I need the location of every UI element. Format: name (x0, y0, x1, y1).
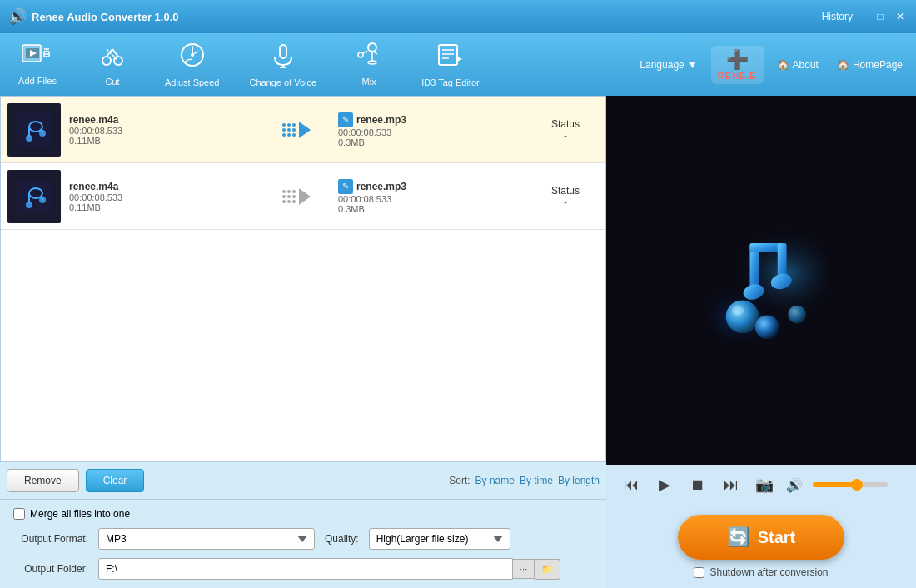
svg-point-33 (26, 135, 32, 142)
svg-point-15 (191, 53, 194, 57)
stop-button[interactable]: ⏹ (686, 473, 709, 496)
sort-by-length[interactable]: By length (558, 475, 600, 486)
about-button[interactable]: 🏠 About (772, 56, 824, 74)
bottom-controls: Remove Clear Sort: By name By time By le… (0, 461, 606, 499)
svg-point-51 (755, 315, 779, 339)
language-arrow-icon: ▼ (688, 59, 698, 71)
adjust-speed-label: Adjust Speed (165, 77, 219, 87)
svg-point-52 (788, 305, 806, 323)
convert-arrow (263, 122, 330, 138)
folder-open-button[interactable]: 📁 (535, 559, 560, 580)
language-dropdown[interactable]: Language ▼ (635, 56, 702, 74)
add-files-icon (22, 43, 52, 72)
table-row: renee.m4a 00:00:08.533 0.11MB (1, 163, 605, 230)
app-logo: 🔊 (8, 7, 27, 26)
language-label: Language (640, 59, 684, 71)
titlebar: 🔊 Renee Audio Converter 1.0.0 History ─ … (0, 0, 916, 33)
status-value: - (532, 197, 599, 208)
svg-point-19 (368, 43, 376, 52)
music-visual (686, 206, 836, 356)
svg-rect-36 (17, 180, 51, 213)
edit-icon[interactable]: ✎ (338, 112, 353, 127)
start-button[interactable]: 🔄 Start (678, 515, 844, 560)
merge-checkbox[interactable] (13, 508, 25, 520)
svg-point-39 (26, 202, 32, 208)
svg-rect-30 (17, 113, 51, 147)
input-duration: 00:00:08.533 (69, 126, 255, 136)
homepage-button[interactable]: 🏠 HomePage (832, 56, 908, 74)
dots-pattern (282, 123, 296, 137)
output-file-name: renee.mp3 (356, 181, 406, 192)
output-duration: 00:00:08.533 (338, 127, 524, 137)
screenshot-button[interactable]: 📷 (753, 473, 776, 496)
nav-add-files[interactable]: Add Files (8, 38, 67, 91)
svg-point-50 (726, 300, 759, 333)
svg-point-53 (732, 306, 744, 315)
output-duration: 00:00:08.533 (338, 194, 524, 204)
minimize-button[interactable]: ─ (853, 9, 868, 24)
format-row: Output Format: MP3 AAC WAV FLAC OGG Qual… (13, 528, 593, 550)
rene-plus-icon: ➕ (726, 49, 749, 71)
sort-by-time[interactable]: By time (520, 475, 553, 486)
dots-pattern (282, 190, 296, 203)
nav-adjust-speed[interactable]: Adjust Speed (158, 37, 226, 92)
skip-forward-button[interactable]: ⏭ (719, 473, 743, 496)
output-size: 0.3MB (338, 204, 524, 214)
sort-label: Sort: (449, 475, 470, 486)
file-list: renee.m4a 00:00:08.533 0.11MB (0, 96, 606, 461)
history-link[interactable]: History (822, 11, 853, 22)
maximize-button[interactable]: □ (873, 9, 888, 24)
arrow-right-icon (299, 188, 311, 205)
input-file-name: renee.m4a (69, 114, 255, 126)
nav-change-of-voice[interactable]: Change of Voice (242, 37, 323, 92)
status-label: Status (532, 118, 599, 130)
folder-input[interactable] (98, 558, 513, 580)
nav-cut[interactable]: Cut (83, 37, 142, 92)
quality-select[interactable]: High(Larger file size) Medium Low (369, 528, 510, 550)
add-files-label: Add Files (18, 76, 57, 86)
sort-area: Sort: By name By time By length (449, 475, 600, 486)
play-button[interactable]: ▶ (653, 473, 676, 496)
id3-tag-editor-label: ID3 Tag Editor (421, 77, 480, 87)
rene-logo-text: RENE.E (718, 71, 757, 81)
status-col: Status - (532, 118, 599, 142)
folder-input-wrap: ··· 📁 (98, 558, 560, 580)
merge-label: Merge all files into one (30, 508, 130, 520)
remove-button[interactable]: Remove (7, 469, 79, 492)
input-size: 0.11MB (69, 136, 255, 146)
format-select[interactable]: MP3 AAC WAV FLAC OGG (98, 528, 315, 550)
file-thumbnail (7, 103, 61, 157)
sort-by-name[interactable]: By name (475, 475, 515, 486)
input-file-info: renee.m4a 00:00:08.533 0.11MB (69, 114, 255, 146)
cut-label: Cut (105, 77, 119, 87)
shutdown-checkbox[interactable] (694, 567, 704, 578)
navbar-right: Language ▼ ➕ RENE.E 🏠 About 🏠 HomePage (635, 33, 908, 96)
input-file-info: renee.m4a 00:00:08.533 0.11MB (69, 181, 255, 212)
nav-mix[interactable]: Mix (340, 37, 398, 92)
nav-id3-tag-editor[interactable]: ID3 Tag Editor (415, 37, 486, 92)
volume-icon: 🔊 (786, 477, 803, 493)
preview-area (606, 96, 916, 465)
homepage-icon: 🏠 (837, 59, 849, 71)
arrow-right-icon (299, 122, 311, 138)
change-of-voice-label: Change of Voice (249, 77, 316, 87)
volume-slider[interactable] (813, 482, 888, 487)
status-label: Status (532, 185, 599, 197)
quality-label: Quality: (325, 533, 359, 545)
svg-marker-29 (457, 57, 462, 62)
format-label: Output Format: (13, 533, 88, 545)
edit-icon[interactable]: ✎ (338, 179, 353, 194)
output-size: 0.3MB (338, 137, 524, 147)
svg-rect-16 (280, 45, 286, 58)
status-col: Status - (532, 185, 599, 208)
id3-tag-editor-icon (437, 42, 464, 74)
output-file-name: renee.mp3 (356, 114, 406, 126)
svg-rect-25 (439, 45, 457, 65)
clear-button[interactable]: Clear (86, 469, 145, 492)
folder-browse-button[interactable]: ··· (513, 559, 535, 579)
player-controls: ⏮ ▶ ⏹ ⏭ 📷 🔊 (606, 465, 916, 505)
skip-back-button[interactable]: ⏮ (620, 473, 643, 496)
mix-label: Mix (362, 77, 376, 87)
output-file-info: ✎ renee.mp3 00:00:08.533 0.3MB (338, 112, 524, 147)
close-button[interactable]: ✕ (893, 9, 908, 24)
